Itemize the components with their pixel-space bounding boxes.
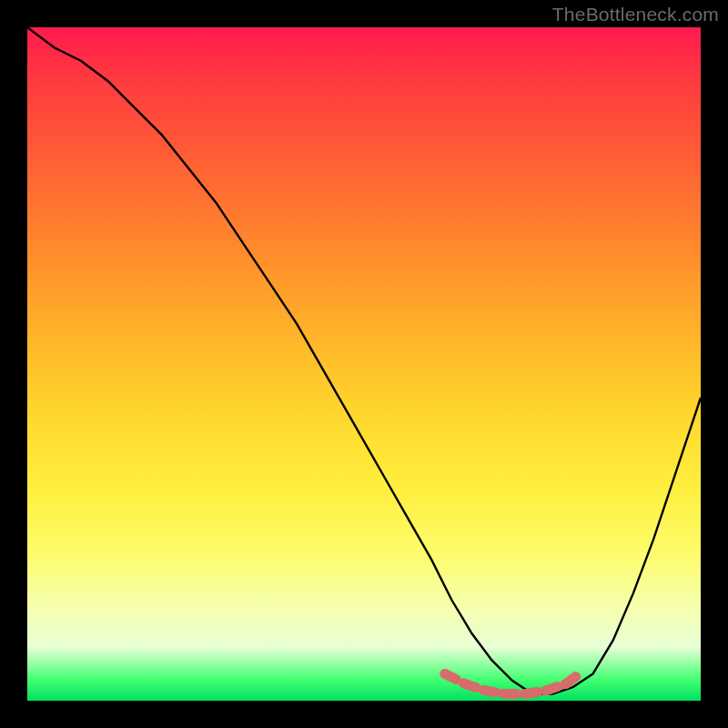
chart-svg — [27, 27, 701, 701]
chart-frame: TheBottleneck.com — [0, 0, 728, 728]
bottleneck-curve — [27, 27, 701, 694]
plot-area — [27, 27, 701, 701]
curve-layer — [27, 27, 701, 694]
watermark-text: TheBottleneck.com — [552, 4, 719, 25]
highlight-band — [445, 673, 580, 693]
